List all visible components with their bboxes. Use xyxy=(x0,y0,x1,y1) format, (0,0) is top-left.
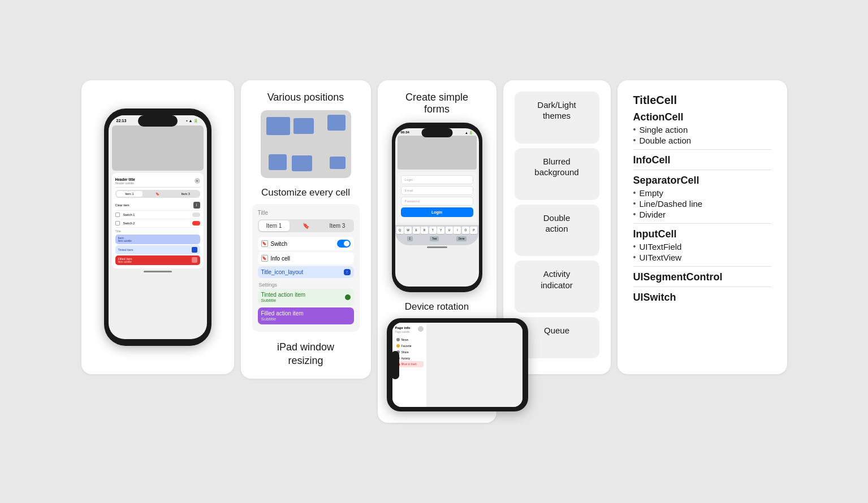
forms-password-label: Password xyxy=(405,200,420,203)
pos-block-1 xyxy=(266,117,290,135)
key-u[interactable]: U xyxy=(446,227,453,234)
rotation-close-btn[interactable] xyxy=(418,326,424,332)
feature-separator-cell: SeparatorCell xyxy=(633,175,771,187)
pos-block-5 xyxy=(292,155,312,171)
rotation-menu-news[interactable]: News xyxy=(395,336,424,342)
panel-seg-item-3[interactable]: Item 3 xyxy=(322,220,353,231)
panel-filled-action-text: Filled action item Subtitle xyxy=(261,310,351,322)
phone-item-subtitle: Item subtitle xyxy=(118,240,132,242)
divider-1 xyxy=(633,149,771,150)
phone-seg-item-3[interactable]: Item 3 xyxy=(172,191,199,197)
phone-clear-item-badge: i xyxy=(193,202,200,209)
key-test[interactable]: Test xyxy=(430,236,439,241)
forms-phone-home xyxy=(427,246,447,248)
phone-switch2-label-area: Switch 2 xyxy=(115,221,135,226)
key-o[interactable]: O xyxy=(462,227,469,234)
rotation-notch xyxy=(391,351,399,379)
key-1[interactable]: 1 xyxy=(407,236,413,241)
phone-switch2-toggle[interactable] xyxy=(192,221,200,226)
phone-seg-item-1[interactable]: Item 1 xyxy=(116,191,143,197)
phone-switch1-toggle[interactable] xyxy=(192,213,200,217)
card-forms: Create simpleforms 00:34 ▲ 🔋 Login Email xyxy=(378,80,496,423)
forms-password-field[interactable]: Password xyxy=(401,197,473,206)
feature-input-cell: InputCell xyxy=(633,228,771,240)
feature-title-cell: TitleCell xyxy=(633,94,771,107)
panel-seg-item-1[interactable]: Item 1 xyxy=(259,220,290,231)
key-y[interactable]: Y xyxy=(437,227,444,234)
phone-screen: 22:13 ▪ ▲ 🔋 Header title Header subtitle… xyxy=(109,115,207,339)
phone-segment-control[interactable]: Item 1 🔖 Item 3 xyxy=(115,190,200,198)
panel-tinted-label: Title_icon_layout xyxy=(261,269,304,275)
forms-email-field[interactable]: Email xyxy=(401,186,473,195)
panel-info-label-area: 🔖 Info cell xyxy=(261,255,290,262)
panel-switch-toggle[interactable] xyxy=(337,240,351,248)
forms-content: Login Email Password Login xyxy=(398,172,477,223)
phone-item-blue-row: Item Item subtitle xyxy=(115,235,200,244)
key-p[interactable]: P xyxy=(470,227,477,234)
double-action-block: Doubleaction xyxy=(515,205,599,257)
panel-segment-control[interactable]: Item 1 🔖 Item 3 xyxy=(258,219,354,232)
phone-time: 22:13 xyxy=(116,119,127,123)
tinted-action-dot xyxy=(345,294,351,300)
key-i[interactable]: I xyxy=(454,227,461,234)
panel-tinted-action-row: Tinted action item Subtitle xyxy=(258,289,354,306)
key-done[interactable]: Done xyxy=(456,236,467,241)
key-e[interactable]: E xyxy=(413,227,420,234)
blurred-bg-label: Blurredbackground xyxy=(520,156,594,178)
forms-login-label: Login xyxy=(405,178,413,181)
rotation-menu-share[interactable]: Share xyxy=(395,349,424,355)
forms-title: Create simpleforms xyxy=(405,92,468,116)
forms-login-button[interactable]: Login xyxy=(401,207,473,217)
feature-single-action: • Single action xyxy=(633,124,771,135)
key-r[interactable]: R xyxy=(421,227,428,234)
bullet-1: • xyxy=(633,125,636,134)
rotation-main-area xyxy=(426,323,522,407)
phone-switch2-icon xyxy=(115,221,120,226)
bullet-2: • xyxy=(633,136,636,145)
phone-clear-item-row: Clear item i xyxy=(115,200,200,211)
phone-header-title: Header title xyxy=(115,177,135,181)
favorite-label: Favorite xyxy=(401,344,412,348)
pos-block-3 xyxy=(293,118,314,134)
blurred-bg-block: Blurredbackground xyxy=(515,148,599,200)
ipad-label: iPad windowresizing xyxy=(252,341,360,367)
phone-switch1-icon xyxy=(115,213,120,217)
phone-filled-item-label: Filled item xyxy=(118,257,132,261)
panel-info-icon: 🔖 xyxy=(261,255,268,262)
key-t[interactable]: T xyxy=(429,227,437,234)
panel-switch-label: Switch xyxy=(271,241,287,247)
double-action-label: Double action xyxy=(639,136,691,145)
key-q[interactable]: Q xyxy=(396,227,404,234)
feature-info-cell: InfoCell xyxy=(633,154,771,166)
divider-item-label: Divider xyxy=(639,210,666,219)
phone-switch1-row: Switch 1 xyxy=(115,211,200,219)
panel-tinted-badge: ↑ xyxy=(344,269,351,275)
phone-frame: 22:13 ▪ ▲ 🔋 Header title Header subtitle… xyxy=(104,109,211,346)
phone-seg-item-2[interactable]: 🔖 xyxy=(144,191,171,197)
key-w[interactable]: W xyxy=(404,227,412,234)
forms-login-btn-label: Login xyxy=(431,210,442,214)
rotation-screen-content: Page info Page subtitle News Favorite xyxy=(392,323,522,407)
rotation-menu-activity[interactable]: Activity xyxy=(395,355,424,361)
panel-switch-row: 🔖 Switch xyxy=(258,237,354,250)
phone-close-btn[interactable]: × xyxy=(195,178,200,184)
phone-home-indicator xyxy=(144,271,172,272)
double-action-label: Doubleaction xyxy=(520,213,594,235)
pos-block-2 xyxy=(327,115,346,131)
panel-title-label: Title xyxy=(258,210,354,216)
news-label: News xyxy=(401,338,409,341)
pos-block-6 xyxy=(330,157,346,169)
forms-keyboard[interactable]: Q W E R T Y U I O P 1 Test Done xyxy=(395,225,479,246)
panel-filled-action-row: Filled action item Subtitle xyxy=(258,307,354,324)
forms-login-field[interactable]: Login xyxy=(401,175,473,184)
forms-phone-icons: ▲ 🔋 xyxy=(465,131,473,135)
forms-phone-time: 00:34 xyxy=(401,131,409,135)
rotation-screen: Page info Page subtitle News Favorite xyxy=(392,323,522,407)
rotation-frame: Page info Page subtitle News Favorite xyxy=(387,318,528,411)
panel-settings-label: Settings xyxy=(258,280,354,289)
rotation-menu-favorite[interactable]: Favorite xyxy=(395,342,424,349)
panel-seg-item-icon[interactable]: 🔖 xyxy=(291,220,321,231)
rotation-menu-trash[interactable]: Move to trash xyxy=(395,361,424,367)
card-phone-mockup: 22:13 ▪ ▲ 🔋 Header title Header subtitle… xyxy=(81,80,234,374)
panel-info-label: Info cell xyxy=(271,255,290,262)
